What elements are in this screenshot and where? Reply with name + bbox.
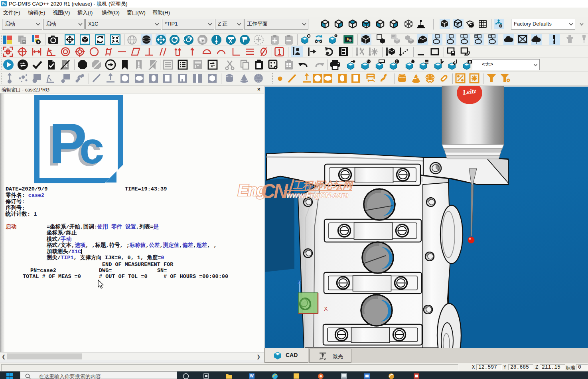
svg-text:W: W <box>250 374 254 378</box>
svg-text:c: c <box>79 123 104 173</box>
svg-text:www.FngCN.com: www.FngCN.com <box>286 191 349 199</box>
svg-text:X: X <box>324 306 328 312</box>
svg-text:Z: Z <box>298 279 301 285</box>
svg-text:工程师论坛网: 工程师论坛网 <box>292 179 354 190</box>
